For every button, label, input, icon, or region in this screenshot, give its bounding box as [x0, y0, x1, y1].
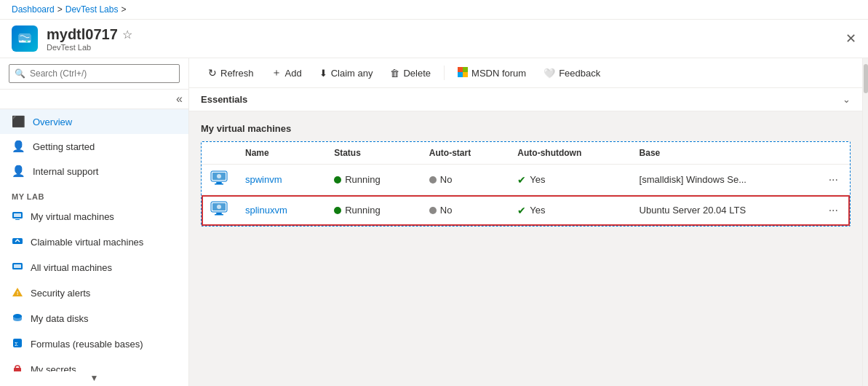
right-scrollbar[interactable] — [862, 58, 868, 386]
vm-name: spwinvm — [236, 165, 325, 195]
vm-section: My virtual machines Name Status Auto-sta… — [189, 111, 862, 238]
favorite-star-icon[interactable]: ☆ — [122, 28, 132, 42]
table-row[interactable]: splinuxvm Running — [202, 195, 850, 226]
sidebar-label-overview: Overview — [33, 117, 72, 127]
sidebar-label-my-secrets: My secrets — [31, 364, 76, 371]
vm-autostart: No — [421, 165, 509, 195]
search-icon: 🔍 — [15, 68, 25, 79]
toolbar-separator — [444, 66, 445, 80]
sidebar-scroll-down-icon[interactable]: ▼ — [90, 373, 99, 383]
th-actions — [817, 142, 850, 165]
status-green-dot — [334, 176, 341, 184]
formulas-icon: Σ — [12, 337, 23, 351]
collapse-sidebar-icon[interactable]: « — [176, 92, 183, 106]
claimable-vms-icon — [12, 235, 23, 249]
th-autostart: Auto-start — [421, 142, 509, 165]
delete-button[interactable]: 🗑 Delete — [383, 64, 438, 82]
vm-more-actions[interactable]: ··· — [817, 195, 850, 226]
all-vms-icon — [12, 261, 23, 275]
svg-rect-21 — [458, 72, 463, 77]
autoshutdown-check: ✔ — [517, 174, 526, 186]
sidebar-item-claimable-vms[interactable]: Claimable virtual machines — [0, 229, 188, 255]
sidebar-item-data-disks[interactable]: My data disks — [0, 306, 188, 331]
sidebar-item-security-alerts[interactable]: ! Security alerts — [0, 280, 188, 306]
sidebar-item-all-vms[interactable]: All virtual machines — [0, 255, 188, 280]
autoshutdown-check: ✔ — [517, 205, 526, 216]
svg-rect-27 — [215, 184, 223, 185]
essentials-bar[interactable]: Essentials ⌄ — [189, 88, 862, 111]
add-button[interactable]: ＋ Add — [264, 63, 309, 83]
svg-rect-6 — [15, 219, 20, 220]
resource-icon — [12, 25, 38, 52]
search-input[interactable] — [9, 64, 180, 83]
sidebar-item-getting-started[interactable]: 👤 Getting started — [0, 134, 188, 159]
overview-icon: ⬛ — [12, 115, 25, 128]
sidebar-item-internal-support[interactable]: 👤 Internal support — [0, 159, 188, 184]
th-autoshutdown: Auto-shutdown — [509, 142, 630, 165]
svg-rect-19 — [458, 67, 463, 72]
sidebar-label-security-alerts: Security alerts — [31, 288, 90, 299]
vm-icon-cell — [202, 165, 236, 195]
autostart-dot-off — [429, 176, 437, 184]
breadcrumb-sep1: > — [57, 4, 63, 15]
th-base: Base — [631, 142, 817, 165]
sidebar-label-claimable-vms: Claimable virtual machines — [31, 237, 143, 248]
sidebar-label-my-vms: My virtual machines — [31, 211, 114, 222]
getting-started-icon: 👤 — [12, 140, 25, 153]
vm-name: splinuxvm — [236, 195, 325, 226]
svg-text:!: ! — [17, 291, 18, 296]
feedback-button[interactable]: 🤍 Feedback — [536, 64, 608, 82]
svg-point-2 — [22, 40, 24, 42]
feedback-icon: 🤍 — [544, 68, 555, 79]
vm-more-button[interactable]: ··· — [826, 172, 841, 188]
my-lab-section: My Lab — [0, 184, 188, 204]
msdn-icon — [458, 67, 468, 79]
vm-base: Ubuntu Server 20.04 LTS — [631, 195, 817, 226]
breadcrumb-devtest[interactable]: DevTest Labs — [65, 4, 119, 15]
internal-support-icon: 👤 — [12, 165, 25, 178]
vm-icon-cell — [202, 195, 236, 226]
th-icon — [202, 142, 236, 165]
essentials-label: Essentials — [201, 94, 247, 105]
sidebar-label-formulas: Formulas (reusable bases) — [31, 339, 143, 350]
sidebar-item-my-vms[interactable]: My virtual machines — [0, 204, 188, 229]
vm-autoshutdown: ✔ Yes — [509, 165, 630, 195]
close-icon[interactable]: ✕ — [845, 31, 856, 47]
svg-rect-9 — [14, 264, 21, 268]
refresh-button[interactable]: ↻ Refresh — [201, 63, 261, 82]
essentials-collapse-icon: ⌄ — [843, 94, 851, 105]
claim-any-icon: ⬇ — [319, 68, 327, 79]
sidebar-label-internal-support: Internal support — [33, 166, 98, 177]
toolbar: ↻ Refresh ＋ Add ⬇ Claim any 🗑 Delete — [189, 58, 862, 88]
table-header-row: Name Status Auto-start Auto-shutdown Bas… — [202, 142, 850, 165]
my-vms-icon — [12, 210, 23, 224]
vm-status: Running — [325, 195, 421, 226]
resource-info: mydtl0717 ☆ DevTest Lab — [47, 26, 132, 52]
svg-rect-31 — [216, 213, 222, 214]
data-disks-icon — [12, 312, 23, 326]
delete-icon: 🗑 — [390, 68, 399, 79]
breadcrumb-dashboard[interactable]: Dashboard — [12, 4, 55, 15]
vm-autoshutdown: ✔ Yes — [509, 195, 630, 226]
claim-any-button[interactable]: ⬇ Claim any — [312, 64, 381, 82]
sidebar-label-all-vms: All virtual machines — [31, 262, 112, 273]
vm-autostart: No — [421, 195, 509, 226]
status-green-dot — [334, 207, 341, 214]
vm-table-container: Name Status Auto-start Auto-shutdown Bas… — [201, 141, 851, 227]
scroll-thumb — [864, 64, 868, 93]
vm-more-button[interactable]: ··· — [826, 202, 841, 218]
table-row[interactable]: spwinvm Running — [202, 165, 850, 195]
svg-rect-22 — [463, 72, 468, 77]
vm-more-actions[interactable]: ··· — [817, 165, 850, 195]
sidebar-item-overview[interactable]: ⬛ Overview — [0, 109, 188, 134]
sidebar-item-my-secrets[interactable]: My secrets — [0, 357, 188, 371]
msdn-forum-button[interactable]: MSDN forum — [450, 63, 533, 83]
resource-subtitle: DevTest Lab — [47, 43, 132, 52]
autostart-dot-off — [429, 207, 437, 214]
sidebar-label-getting-started: Getting started — [33, 141, 95, 152]
sidebar-item-formulas[interactable]: Σ Formulas (reusable bases) — [0, 331, 188, 357]
breadcrumb-sep2: > — [121, 4, 126, 15]
th-name: Name — [236, 142, 325, 165]
vm-base: [smalldisk] Windows Se... — [631, 165, 817, 195]
vm-table: Name Status Auto-start Auto-shutdown Bas… — [202, 142, 850, 226]
